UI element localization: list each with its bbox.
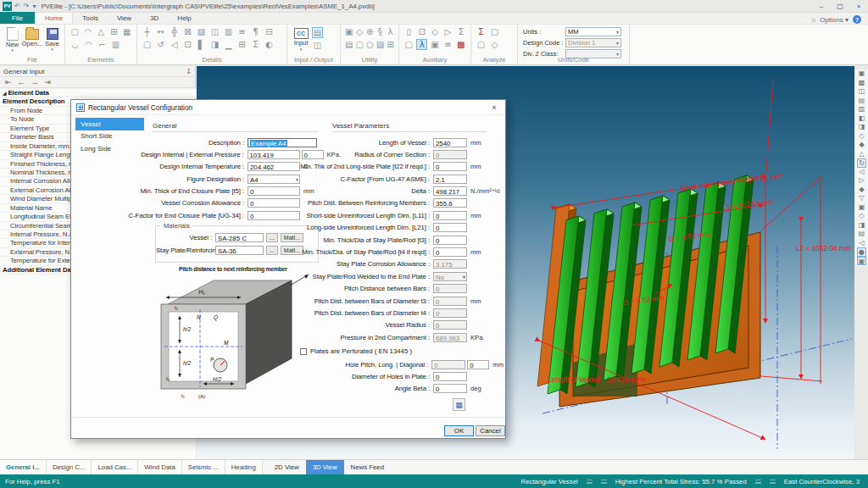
- detail-tool-icon[interactable]: ◁: [169, 39, 180, 50]
- material-input[interactable]: SA-36: [215, 246, 264, 255]
- tree-nav-icon[interactable]: →: [31, 78, 39, 86]
- view-tab[interactable]: News Feed: [344, 460, 391, 474]
- view-tool-icon[interactable]: ▣: [857, 203, 866, 213]
- close-button[interactable]: ×: [849, 3, 868, 10]
- ribbon-tab[interactable]: Help: [168, 12, 200, 24]
- view-tool-icon[interactable]: ▣: [857, 69, 866, 79]
- tree-row[interactable]: ◢Element Data: [0, 89, 196, 97]
- view-tool-icon[interactable]: ▣: [857, 257, 866, 266]
- view-tool-icon[interactable]: ◇: [857, 212, 866, 221]
- ribbon-tab[interactable]: Tools: [73, 12, 108, 24]
- detail-tool-icon[interactable]: ⊠: [182, 26, 193, 37]
- new-button[interactable]: New ▾: [3, 26, 21, 52]
- utility-tool-icon[interactable]: ⊕: [366, 26, 374, 37]
- utility-tool-icon[interactable]: ◇: [355, 26, 363, 37]
- save-button[interactable]: Save ▾: [43, 26, 61, 52]
- analyze-tool-icon[interactable]: ▢: [489, 26, 500, 37]
- auxiliary-tool-icon[interactable]: ⊡: [416, 26, 426, 37]
- panel-tab[interactable]: Design C...: [47, 460, 92, 474]
- material-input[interactable]: SA-285 C: [215, 233, 264, 242]
- view-tool-icon[interactable]: ◨: [857, 221, 866, 230]
- view-tab[interactable]: 2D View: [268, 460, 306, 474]
- detail-tool-icon[interactable]: ▢: [142, 39, 153, 50]
- view-tool-icon[interactable]: ▤: [857, 230, 866, 239]
- cancel-button[interactable]: Cancel: [476, 425, 505, 436]
- view-tool-icon[interactable]: △: [857, 150, 866, 159]
- detail-tool-icon[interactable]: ▌: [196, 39, 207, 50]
- perforated-checkbox-row[interactable]: Plates are Perforated ( EN 13445 ): [300, 347, 412, 355]
- field-input[interactable]: 0: [433, 223, 467, 232]
- field-input[interactable]: 0: [431, 360, 465, 369]
- view-tool-icon[interactable]: ▩: [857, 79, 866, 88]
- view-tool-icon[interactable]: ◆: [857, 141, 866, 150]
- detail-tool-icon[interactable]: ↔: [155, 26, 166, 37]
- view-tool-icon[interactable]: ◆: [857, 186, 866, 195]
- panel-tab[interactable]: Wind Data: [138, 460, 181, 474]
- tree-nav-icon[interactable]: ⇥: [45, 78, 52, 86]
- element-tool-icon[interactable]: ◡: [70, 39, 81, 50]
- analyze-tool-icon[interactable]: Σ: [476, 26, 487, 37]
- analyze-tool-icon[interactable]: ▢: [476, 39, 487, 50]
- auxiliary-tool-icon[interactable]: ≡: [442, 39, 453, 50]
- ribbon-tab[interactable]: View: [108, 12, 141, 24]
- detail-tool-icon[interactable]: ◐: [264, 39, 275, 50]
- perforated-checkbox[interactable]: [300, 348, 307, 355]
- minimize-button[interactable]: –: [812, 3, 831, 10]
- detail-tool-icon[interactable]: ╬: [169, 26, 180, 37]
- panel-tab[interactable]: Seismic ...: [182, 460, 225, 474]
- dialog-title-bar[interactable]: Rectangular Vessel Configuration ×: [71, 100, 505, 115]
- ribbon-tab[interactable]: 3D: [141, 12, 168, 24]
- field-input[interactable]: 0: [433, 297, 467, 306]
- view-tool-icon[interactable]: ◧: [857, 114, 866, 124]
- view-tool-icon[interactable]: ◫: [857, 87, 866, 97]
- element-tool-icon[interactable]: ▢: [70, 26, 80, 37]
- auxiliary-tool-icon[interactable]: ▯: [403, 26, 414, 37]
- detail-tool-icon[interactable]: Σ: [250, 39, 261, 50]
- dialog-close-icon[interactable]: ×: [488, 103, 500, 112]
- element-tool-icon[interactable]: ▥: [110, 39, 121, 50]
- detail-tool-icon[interactable]: ↺: [155, 39, 166, 50]
- view-tool-icon[interactable]: ◁: [857, 239, 866, 248]
- restore-button[interactable]: ▢: [831, 3, 849, 10]
- detail-tool-icon[interactable]: ⊞: [236, 39, 248, 50]
- detail-tool-icon[interactable]: ≡: [236, 26, 248, 37]
- field-input[interactable]: 0: [433, 320, 467, 330]
- field-input[interactable]: 2.1: [433, 175, 467, 184]
- quick-access-icon[interactable]: ↶: [14, 3, 20, 10]
- field-input[interactable]: 0: [433, 211, 467, 220]
- view-tool-icon[interactable]: ▤: [857, 97, 866, 106]
- utility-tool-icon[interactable]: ▨: [376, 39, 384, 50]
- panel-tab[interactable]: Load Cas...: [92, 460, 138, 474]
- field-input-2[interactable]: 0: [467, 360, 489, 369]
- utility-tool-icon[interactable]: §: [376, 26, 384, 37]
- utility-tool-icon[interactable]: ▣: [345, 26, 353, 37]
- units-select[interactable]: Division 1: [565, 38, 621, 47]
- field-input[interactable]: 689.963: [433, 333, 467, 342]
- open-button[interactable]: Open...: [23, 26, 42, 52]
- auxiliary-tool-icon[interactable]: ▩: [456, 39, 466, 50]
- view-tool-icon[interactable]: ↻: [857, 158, 866, 168]
- dialog-nav-item[interactable]: Vessel: [75, 118, 144, 130]
- field-input[interactable]: 2540: [433, 138, 467, 147]
- expander-icon[interactable]: ◢: [3, 91, 7, 96]
- field-input[interactable]: 498.217: [433, 186, 467, 196]
- utility-tool-icon[interactable]: ▤: [345, 39, 353, 50]
- view-tool-icon[interactable]: ●: [857, 247, 866, 257]
- field-input[interactable]: 0: [433, 236, 467, 245]
- view-tool-icon[interactable]: ◁: [857, 168, 866, 177]
- quick-access-icon[interactable]: ↷: [24, 3, 30, 10]
- auxiliary-tool-icon[interactable]: ◇: [430, 26, 440, 37]
- tree-nav-icon[interactable]: ⇤: [5, 78, 12, 86]
- field-input[interactable]: 0: [433, 284, 467, 293]
- detail-tool-icon[interactable]: ◫: [209, 26, 220, 37]
- quick-access-icon[interactable]: ▾: [32, 3, 36, 10]
- element-tool-icon[interactable]: ◠: [82, 26, 92, 37]
- field-input[interactable]: No: [433, 272, 467, 281]
- detail-tool-icon[interactable]: ┼: [142, 26, 153, 37]
- field-input[interactable]: 0: [433, 372, 467, 381]
- io-tool-icon[interactable]: ◫: [312, 40, 323, 51]
- panel-tab[interactable]: General I...: [0, 460, 47, 474]
- field-input[interactable]: 0: [433, 384, 467, 393]
- field-input[interactable]: 0: [433, 162, 467, 171]
- utility-tool-icon[interactable]: ▢: [355, 39, 363, 50]
